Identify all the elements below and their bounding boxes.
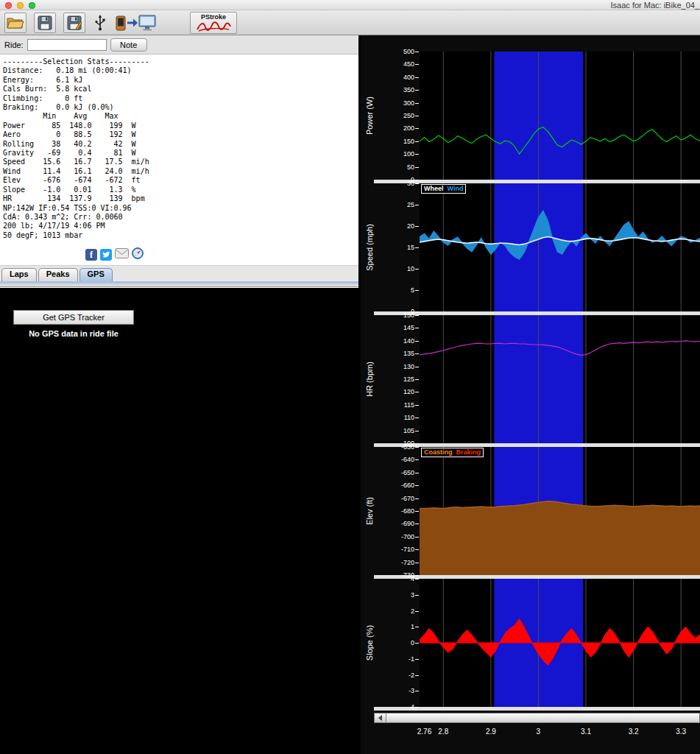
close-button[interactable]	[5, 2, 12, 9]
ride-row: Ride: Note	[0, 35, 358, 54]
chart-scrollbar[interactable]	[374, 713, 700, 723]
app-window: Isaac for Mac: iBike_04_	[0, 0, 700, 754]
legend-item-wheel: Wheel	[424, 185, 444, 192]
y-tick-mark	[415, 341, 419, 342]
chart-power: Power (W)050100150200250300350400450500	[361, 52, 700, 180]
y-tick-mark	[415, 328, 419, 328]
ride-label: Ride:	[4, 40, 24, 49]
y-tick-label: -630	[401, 443, 414, 451]
twitter-bird-icon	[102, 250, 110, 259]
traffic-lights	[5, 2, 35, 9]
y-tick-label: 450	[403, 60, 414, 68]
y-tick-mark	[415, 180, 419, 180]
plot-speed[interactable]	[420, 183, 700, 311]
usb-icon	[94, 14, 106, 32]
mail-icon[interactable]	[115, 248, 129, 261]
tab-laps[interactable]: Laps	[1, 268, 37, 281]
toolbar: PStroke	[0, 10, 700, 35]
y-tick-mark	[415, 563, 419, 563]
plot-slope[interactable]	[420, 579, 700, 707]
compass-icon	[132, 247, 144, 259]
chart-separator	[374, 707, 700, 711]
tab-strip: Laps Peaks GPS	[0, 265, 358, 281]
save-as-button[interactable]	[63, 13, 85, 33]
y-tick-label: -1	[409, 655, 414, 663]
ride-input[interactable]	[27, 39, 107, 51]
y-tick-label: -4	[409, 703, 414, 711]
browser-share-icon[interactable]	[132, 247, 144, 262]
scroll-left-arrow-icon[interactable]	[375, 714, 386, 722]
y-tick-mark	[415, 627, 419, 627]
y-axis-title-power: Power (W)	[365, 96, 374, 135]
chart-speed: Speed (mph)051015202530WheelWind	[361, 183, 700, 311]
y-tick-label: 130	[403, 363, 414, 370]
y-tick-mark	[415, 549, 419, 550]
y-tick-mark	[415, 90, 419, 91]
chart-stack: Power (W)050100150200250300350400450500S…	[361, 52, 700, 711]
save-button[interactable]	[34, 13, 56, 33]
y-tick-label: 400	[403, 74, 414, 81]
y-tick-mark	[415, 691, 419, 691]
get-gps-tracker-button[interactable]: Get GPS Tracker	[13, 310, 134, 325]
usb-device-button[interactable]	[93, 13, 107, 33]
chart-slope: Slope (%)-4-3-2-101234	[361, 579, 700, 707]
facebook-icon[interactable]: f	[85, 249, 97, 261]
titlebar: Isaac for Mac: iBike_04_	[0, 0, 700, 10]
y-tick-label: -640	[401, 456, 414, 463]
plot-hr[interactable]	[420, 315, 700, 443]
minimize-button[interactable]	[17, 2, 24, 9]
share-icons: f	[85, 247, 144, 262]
y-tick-label: 140	[403, 337, 414, 345]
open-ride-button[interactable]	[4, 13, 26, 33]
legend-item-wind: Wind	[448, 185, 464, 192]
y-tick-mark	[415, 659, 419, 660]
y-tick-mark	[415, 353, 419, 354]
y-tick-mark	[415, 154, 419, 155]
y-tick-mark	[415, 311, 419, 312]
y-tick-label: 115	[404, 401, 414, 409]
y-axis-elev: Elev (ft)-730-720-710-700-690-680-670-66…	[361, 447, 420, 575]
y-tick-label: -3	[409, 687, 414, 694]
y-tick-label: 135	[403, 350, 414, 357]
y-tick-mark	[415, 498, 419, 499]
chart-hr: HR (bpm)10010511011512012513013514014515…	[361, 315, 700, 443]
send-to-device-button[interactable]	[115, 13, 158, 33]
y-tick-label: 3	[411, 591, 414, 599]
legend-elev: CoastingBraking	[421, 448, 484, 457]
twitter-icon[interactable]	[100, 249, 112, 261]
tab-gps[interactable]: GPS	[79, 268, 113, 281]
y-tick-mark	[415, 315, 419, 316]
y-tick-mark	[415, 64, 419, 65]
y-tick-mark	[415, 643, 419, 644]
tab-strip-footer	[0, 283, 358, 287]
plot-elev[interactable]	[420, 447, 700, 575]
legend-item-braking: Braking	[456, 448, 481, 456]
scroll-thumb[interactable]	[386, 714, 699, 722]
y-tick-mark	[415, 128, 419, 129]
y-tick-mark	[415, 167, 419, 168]
y-tick-mark	[415, 183, 419, 184]
y-tick-mark	[415, 77, 419, 78]
y-tick-label: 5	[411, 286, 414, 294]
y-tick-label: 350	[403, 86, 414, 94]
save-floppy-icon	[38, 15, 52, 30]
y-tick-label: 20	[407, 222, 414, 230]
note-button[interactable]: Note	[110, 38, 147, 52]
left-panel: Ride: Note ---------Selection Stats-----…	[0, 35, 358, 754]
y-tick-label: 15	[407, 244, 414, 251]
zoom-button[interactable]	[29, 2, 35, 9]
legend-item-coasting: Coasting	[424, 448, 453, 456]
plot-power[interactable]	[420, 52, 700, 180]
y-tick-mark	[415, 141, 419, 142]
y-axis-title-elev: Elev (ft)	[365, 497, 374, 525]
y-tick-mark	[415, 443, 419, 444]
tab-peaks[interactable]: Peaks	[38, 268, 78, 281]
y-tick-mark	[415, 205, 419, 205]
pstroke-button[interactable]: PStroke	[190, 12, 237, 34]
gps-message: No GPS data in ride file	[13, 329, 134, 338]
y-tick-label: 2	[411, 607, 414, 615]
y-tick-mark	[415, 473, 419, 473]
y-tick-label: 25	[407, 201, 414, 208]
y-tick-mark	[415, 511, 419, 512]
y-tick-mark	[415, 226, 419, 227]
